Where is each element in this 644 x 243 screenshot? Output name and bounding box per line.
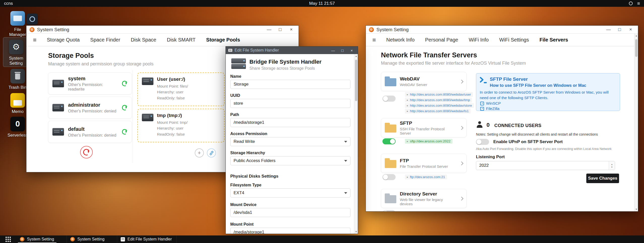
webdav-icon [385, 78, 396, 86]
caret-down-icon [344, 192, 347, 194]
close-button[interactable]: × [348, 48, 355, 53]
bullet-icon: ▸ [407, 93, 408, 96]
scroll-up-icon[interactable]: ▲ [354, 55, 358, 57]
disk-icon [52, 128, 64, 136]
server-card-directory[interactable]: Directory Server Web file viewer for leg… [381, 189, 467, 208]
minimize-button[interactable]: — [604, 27, 613, 32]
close-button[interactable]: × [287, 27, 296, 32]
mount-card[interactable]: tmp (tmp:/) Mount Point: tmp/ Hierarchy:… [137, 109, 224, 142]
filesystem-type-dropdown[interactable]: EXT4 [230, 188, 350, 197]
scroll-down-icon[interactable]: ▼ [354, 230, 358, 233]
pool-name: administrator [68, 102, 118, 108]
number-spinner[interactable]: ▴ ▾ [609, 161, 615, 170]
tab-network-info[interactable]: Network Info [381, 34, 420, 46]
desktop-icon-app[interactable] [27, 14, 38, 25]
close-button[interactable]: × [626, 27, 635, 32]
tab-wifi-settings[interactable]: WiFi Settings [494, 34, 534, 46]
maximize-button[interactable]: □ [339, 48, 346, 53]
maximize-button[interactable]: □ [276, 27, 284, 32]
chevron-right-icon [460, 161, 464, 165]
physical-disks-section-label: Physical Disks Settings [230, 174, 278, 179]
sftp-toggle[interactable] [382, 138, 396, 144]
save-changes-button[interactable]: Save Changes [586, 174, 619, 183]
maximize-button[interactable]: □ [615, 27, 624, 32]
tab-wifi-info[interactable]: WiFi Info [463, 34, 494, 46]
server-card-ftp[interactable]: FTP File Transfer Protocol Server [381, 154, 467, 173]
ftp-toggle[interactable] [382, 174, 396, 180]
caret-down-icon [344, 141, 347, 143]
server-desc: File Transfer Protocol Server [400, 164, 457, 169]
scroll-up-icon[interactable]: ▲ [634, 34, 638, 37]
tab-disk-smart[interactable]: Disk SMART [162, 34, 201, 46]
fs-handler-app-icon [228, 49, 232, 52]
webdav-url[interactable]: ▸ http://dev.arozos.com:8080/webdav/ls1 [405, 109, 471, 113]
server-card-sftp[interactable]: SFTP SSH File Transfer Protocol Server [381, 118, 467, 137]
tab-space-finder[interactable]: Space Finder [85, 34, 125, 46]
server-card-webdav[interactable]: WebDAV WebDAV Server [381, 72, 467, 91]
storage-pool-card: default Other's Permission: denied [48, 121, 132, 143]
trash-icon [10, 69, 25, 84]
spin-down-icon[interactable]: ▾ [611, 166, 613, 168]
access-permission-dropdown[interactable]: Read Write [230, 137, 350, 146]
ftp-url[interactable]: ▸ ftp://dev.arozos.com:21 [405, 175, 447, 179]
webdav-url[interactable]: ▸ http://dev.arozos.com:8080/webdav/tmp [405, 98, 472, 102]
spin-up-icon[interactable]: ▴ [611, 163, 613, 166]
uuid-input[interactable] [230, 99, 350, 108]
name-input[interactable] [230, 80, 350, 89]
chevron-right-icon [460, 126, 464, 130]
mount-card[interactable]: User (user:/) Mount Point: files/ Hierar… [137, 72, 224, 106]
taskbar-task-edit-fs-handler[interactable]: Edit File System Handler [117, 235, 177, 243]
status-ring-icon[interactable] [629, 2, 633, 5]
top-menu-hamburger-icon[interactable]: ≡ [637, 1, 640, 6]
page-title: Storage Pools [48, 52, 94, 60]
listening-port-input[interactable] [476, 161, 615, 170]
scroll-down-icon[interactable]: ▼ [634, 208, 638, 211]
scrollbar[interactable]: ▲ ▼ [634, 34, 638, 211]
pool-permission: Other's Permission: readwrite [68, 83, 118, 92]
tab-storage-quota[interactable]: Storage Quota [42, 34, 85, 46]
scrollbar[interactable]: ▲ ▼ [354, 54, 358, 234]
sync-pool-icon[interactable] [121, 104, 128, 111]
scrollbar-thumb[interactable] [355, 60, 357, 101]
webdav-url[interactable]: ▸ http://dev.arozos.com:8080/webdav/stor… [405, 103, 474, 108]
sync-pool-icon[interactable] [121, 80, 128, 87]
path-input[interactable] [230, 118, 350, 127]
mount-device-input[interactable] [230, 208, 350, 217]
minimize-button[interactable]: — [265, 27, 273, 32]
upnp-toggle[interactable] [476, 139, 489, 145]
window-titlebar[interactable]: ⚙ System Setting — □ × [26, 26, 299, 34]
tab-disk-space[interactable]: Disk Space [125, 34, 162, 46]
storage-hierarchy-dropdown[interactable]: Public Access Folders [230, 156, 350, 165]
window-titlebar[interactable]: ⚙ System Setting — □ × [366, 26, 638, 34]
window-titlebar[interactable]: Edit File System Handler — □ × [226, 47, 358, 54]
storage-pool-card: system Other's Permission: readwrite [48, 72, 132, 95]
client-link-filezilla[interactable]: ↗ FileZilla [480, 106, 499, 111]
menu-hamburger-icon[interactable]: ≡ [367, 34, 381, 46]
menu-hamburger-icon[interactable]: ≡ [28, 34, 42, 46]
pool-name: system [68, 76, 118, 82]
app-launcher-grid-icon[interactable] [6, 237, 11, 242]
storage-hierarchy-label: Storage Hierarchy [230, 151, 265, 155]
webdav-toggle[interactable] [382, 96, 396, 102]
desktop-icon-system-setting[interactable]: ⚙ System Setting [4, 40, 28, 66]
scrollbar-thumb[interactable] [635, 39, 637, 57]
tab-file-servers[interactable]: File Servers [534, 34, 573, 46]
tab-personal-page[interactable]: Personal Page [420, 34, 463, 46]
info-title: SFTP File Server [490, 76, 528, 82]
client-link-winscp[interactable]: ↗ WinSCP [480, 101, 501, 106]
refresh-pools-button[interactable] [80, 146, 93, 158]
minimize-button[interactable]: — [330, 48, 337, 53]
sync-pool-icon[interactable] [121, 128, 128, 135]
external-link-icon: ↗ [480, 102, 484, 105]
taskbar-task-system-setting-1[interactable]: ⚙ System Setting [16, 235, 67, 243]
add-mount-button[interactable]: + [195, 148, 204, 157]
mount-point: Mount Point: tmp/ [157, 119, 187, 125]
tab-storage-pools[interactable]: Storage Pools [201, 34, 245, 46]
sftp-url[interactable]: ▸ sftp://dev.arozos.com:2022 [405, 139, 453, 144]
webdav-url[interactable]: ▸ http://dev.arozos.com:8080/webdav/user [405, 92, 473, 97]
server-name: Directory Server [400, 191, 457, 197]
mount-point-input[interactable] [230, 228, 350, 234]
directory-server-toggle[interactable] [382, 210, 396, 212]
taskbar-task-system-setting-2[interactable]: ⚙ System Setting [67, 235, 117, 243]
link-storage-button[interactable] [207, 148, 216, 157]
